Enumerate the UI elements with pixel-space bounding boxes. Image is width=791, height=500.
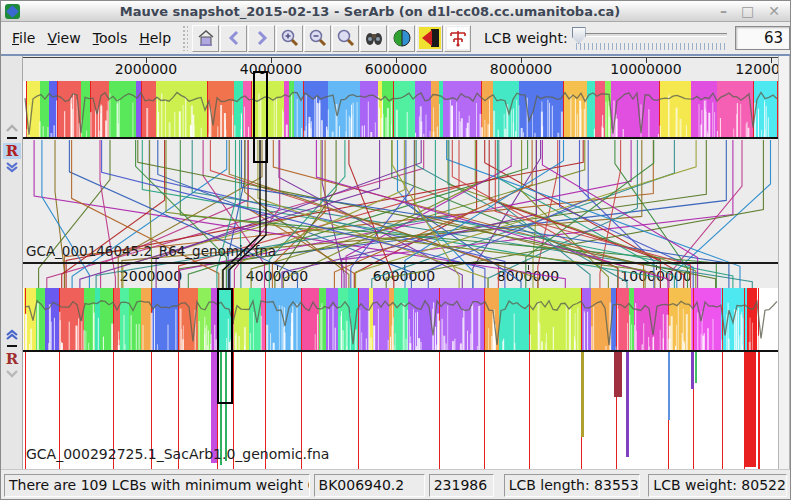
find-button[interactable] xyxy=(360,25,387,52)
lcb-block[interactable] xyxy=(326,288,338,351)
lcb-block[interactable] xyxy=(151,288,178,351)
menu-tools[interactable]: Tools xyxy=(88,27,133,49)
lcb-block[interactable] xyxy=(634,288,668,351)
lcb-block[interactable] xyxy=(415,81,431,138)
lcb-block[interactable] xyxy=(659,81,691,138)
lcb-block[interactable] xyxy=(268,81,284,138)
lcb-weight-slider[interactable] xyxy=(572,25,730,51)
home-button[interactable] xyxy=(192,25,219,52)
inverted-lcb-block[interactable] xyxy=(695,352,697,383)
lcb-block[interactable] xyxy=(753,81,778,138)
lcb-block[interactable] xyxy=(717,81,753,138)
lcb-block[interactable] xyxy=(328,81,360,138)
zoom-out-button[interactable] xyxy=(304,25,331,52)
lcb-block[interactable] xyxy=(113,288,120,351)
lcb-block[interactable] xyxy=(587,81,595,138)
reverse-complement-button[interactable]: R xyxy=(3,143,21,159)
lcb-block[interactable] xyxy=(45,288,59,351)
lcb-block[interactable] xyxy=(382,81,393,138)
lcb-block[interactable] xyxy=(249,288,261,351)
lcb-block[interactable] xyxy=(408,288,439,351)
lcb-block[interactable] xyxy=(668,288,691,351)
lcb-block[interactable] xyxy=(120,288,129,351)
close-button[interactable]: ✕ xyxy=(768,4,780,18)
color-scheme-button[interactable] xyxy=(388,25,415,52)
move-down-icon[interactable] xyxy=(5,161,19,173)
lcb-block[interactable] xyxy=(100,288,113,351)
zoom-forward-button[interactable] xyxy=(248,25,275,52)
hide-genome-icon[interactable] xyxy=(7,137,17,139)
lcb-block[interactable] xyxy=(394,288,408,351)
inverted-lcb-block[interactable] xyxy=(614,352,622,397)
move-down-icon[interactable] xyxy=(5,369,19,378)
lcb-block[interactable] xyxy=(439,288,484,351)
reverse-complement-button[interactable]: R xyxy=(3,351,21,367)
lcb-block[interactable] xyxy=(373,288,389,351)
lcb-block[interactable] xyxy=(109,81,136,138)
lcb-block[interactable] xyxy=(84,288,95,351)
lcb-block[interactable] xyxy=(484,288,499,351)
lcb-block[interactable] xyxy=(519,81,563,138)
maximize-button[interactable]: □ xyxy=(741,4,754,18)
lcb-block[interactable] xyxy=(611,81,659,138)
lcb-block[interactable] xyxy=(36,288,45,351)
lcb-block[interactable] xyxy=(178,288,198,351)
lcb-block[interactable] xyxy=(57,81,81,138)
lcb-block[interactable] xyxy=(595,81,605,138)
genome2-selection-rect[interactable] xyxy=(217,288,233,404)
lcb-block[interactable] xyxy=(207,81,234,138)
lcb-block[interactable] xyxy=(141,81,156,138)
lcb-block[interactable] xyxy=(691,288,721,351)
lcb-block[interactable] xyxy=(358,288,369,351)
lcb-block[interactable] xyxy=(49,81,57,138)
lcb-block[interactable] xyxy=(156,81,207,138)
zoom-select-button[interactable] xyxy=(332,25,359,52)
lcb-weight-field[interactable]: 63 xyxy=(735,26,790,50)
slider-track[interactable] xyxy=(574,33,728,37)
lcb-block[interactable] xyxy=(294,81,303,138)
lcb-block[interactable] xyxy=(81,81,90,138)
menu-file[interactable]: File xyxy=(7,27,40,49)
lcb-block[interactable] xyxy=(338,288,348,351)
lcb-block[interactable] xyxy=(319,288,326,351)
inverted-lcb-block[interactable] xyxy=(581,352,584,437)
minimize-button[interactable]: – xyxy=(720,4,727,18)
lcb-block[interactable] xyxy=(301,288,319,351)
lcb-block[interactable] xyxy=(40,81,49,138)
title-bar[interactable]: Mauve snapshot_2015-02-13 - SerArb (on d… xyxy=(1,1,790,22)
zoom-back-button[interactable] xyxy=(220,25,247,52)
menu-help[interactable]: Help xyxy=(134,27,176,49)
lcb-block[interactable] xyxy=(90,81,109,138)
slider-thumb[interactable] xyxy=(572,27,586,44)
phylo-tree-button[interactable] xyxy=(444,25,471,52)
inverted-lcb-block[interactable] xyxy=(758,352,760,469)
lcb-block[interactable] xyxy=(233,288,249,351)
lcb-block[interactable] xyxy=(493,81,519,138)
lcb-block[interactable] xyxy=(691,81,717,138)
inverted-lcb-block[interactable] xyxy=(626,352,629,457)
lcb-block[interactable] xyxy=(360,81,378,138)
lcb-block[interactable] xyxy=(591,288,611,351)
lcb-block[interactable] xyxy=(393,81,415,138)
lcb-block[interactable] xyxy=(198,288,211,351)
lcb-block[interactable] xyxy=(747,288,757,351)
menu-view[interactable]: View xyxy=(42,27,85,49)
lcb-block[interactable] xyxy=(59,288,84,351)
lcb-block[interactable] xyxy=(141,288,151,351)
inverted-lcb-block[interactable] xyxy=(744,352,756,467)
flip-orientation-button[interactable] xyxy=(416,25,443,52)
move-up-icon[interactable] xyxy=(5,124,19,133)
lcb-block[interactable] xyxy=(431,81,439,138)
lcb-block[interactable] xyxy=(616,288,629,351)
lcb-block[interactable] xyxy=(234,81,243,138)
inverted-lcb-block[interactable] xyxy=(668,352,670,420)
lcb-block[interactable] xyxy=(499,288,529,351)
hide-genome-icon[interactable] xyxy=(7,345,17,347)
inverted-lcb-block[interactable] xyxy=(691,352,694,389)
vertical-scrollbar[interactable] xyxy=(778,56,790,469)
move-up-icon[interactable] xyxy=(5,329,19,341)
lcb-block[interactable] xyxy=(481,81,493,138)
zoom-in-button[interactable] xyxy=(276,25,303,52)
lcb-block[interactable] xyxy=(243,81,251,138)
lcb-block[interactable] xyxy=(303,81,328,138)
